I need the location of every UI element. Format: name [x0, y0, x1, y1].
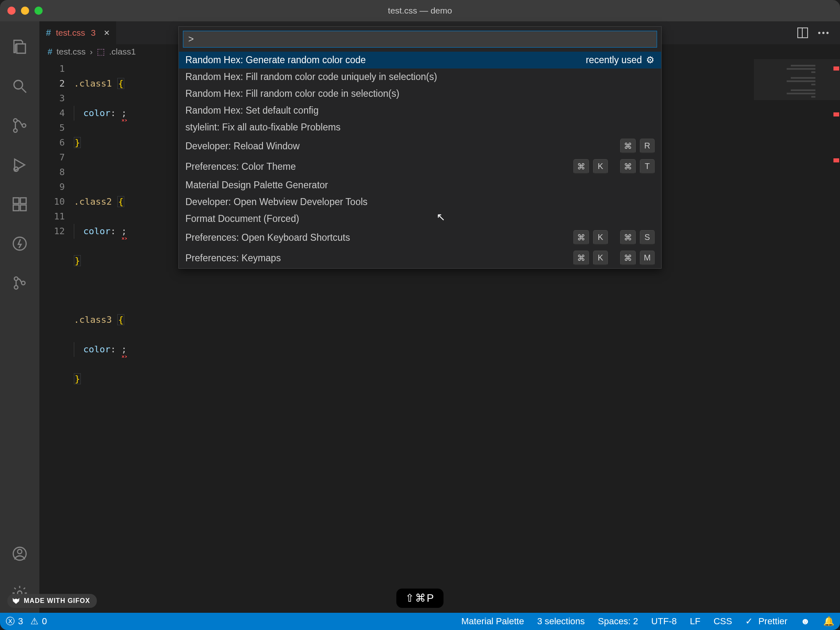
status-material-palette[interactable]: Material Palette — [461, 616, 524, 627]
vscode-window: test.css — demo — [0, 0, 840, 630]
warning-count: 0 — [42, 616, 47, 627]
command-palette-input[interactable] — [183, 31, 657, 48]
command-palette-item[interactable]: Preferences: Keymaps⌘K⌘M — [179, 248, 661, 268]
keybinding-key: ⌘ — [620, 159, 636, 174]
split-editor-icon[interactable] — [797, 27, 808, 38]
command-label: Material Design Palette Generator — [185, 180, 328, 191]
status-encoding[interactable]: UTF-8 — [651, 616, 677, 627]
svg-point-12 — [21, 281, 25, 285]
command-palette-item[interactable]: Random Hex: Fill random color code uniqu… — [179, 68, 661, 85]
command-label: Preferences: Color Theme — [185, 161, 296, 172]
warning-icon: ⚠ — [30, 616, 39, 627]
keybinding-key: ⌘ — [573, 159, 589, 174]
command-label: Random Hex: Fill random color code uniqu… — [185, 71, 437, 82]
svg-point-0 — [14, 80, 23, 89]
status-feedback-icon[interactable]: ☻ — [801, 616, 810, 627]
more-actions-icon[interactable]: ••• — [818, 28, 830, 38]
command-label: Developer: Open Webview Developer Tools — [185, 196, 368, 208]
keybinding-key: K — [593, 230, 608, 245]
svg-point-1 — [14, 119, 17, 122]
tab-label: test.css — [56, 28, 85, 38]
command-palette-item[interactable]: Random Hex: Set default config — [179, 102, 661, 119]
window-title: test.css — demo — [0, 6, 840, 16]
command-palette-item[interactable]: Developer: Reload Window⌘R — [179, 136, 661, 156]
command-label: Random Hex: Set default config — [185, 105, 319, 116]
command-label: Random Hex: Fill random color code in se… — [185, 88, 399, 99]
keybinding-key: ⌘ — [573, 230, 589, 245]
keybinding-key: T — [640, 159, 655, 174]
breadcrumb-file[interactable]: test.css — [57, 47, 86, 57]
command-palette-list: Random Hex: Generate random color codere… — [179, 52, 661, 268]
error-icon: ⓧ — [6, 615, 15, 628]
title-bar: test.css — demo — [0, 0, 840, 21]
status-errors[interactable]: ⓧ 3 — [6, 615, 23, 628]
css-file-icon: # — [46, 27, 51, 38]
tab-test-css[interactable]: # test.css 3 × — [39, 21, 116, 44]
svg-point-10 — [14, 277, 18, 281]
command-label: Preferences: Open Keyboard Shortcuts — [185, 232, 350, 243]
keybinding-key: ⌘ — [620, 139, 636, 153]
close-tab-icon[interactable]: × — [104, 27, 110, 39]
fox-icon — [11, 596, 21, 605]
keybinding-key: ⌘ — [573, 251, 589, 265]
svg-point-11 — [14, 285, 18, 289]
symbol-icon: ⬚ — [97, 47, 105, 57]
explorer-icon[interactable] — [7, 34, 32, 59]
keybinding-key: R — [640, 139, 655, 153]
status-warnings[interactable]: ⚠ 0 — [30, 616, 47, 627]
status-selections[interactable]: 3 selections — [537, 616, 585, 627]
svg-rect-7 — [13, 205, 19, 211]
command-label: Format Document (Forced) — [185, 213, 299, 224]
command-palette: Random Hex: Generate random color codere… — [178, 26, 662, 269]
status-eol[interactable]: LF — [690, 616, 701, 627]
breadcrumb-symbol[interactable]: .class1 — [109, 47, 136, 57]
status-language[interactable]: CSS — [714, 616, 732, 627]
editor-actions: ••• — [788, 21, 840, 44]
svg-rect-8 — [21, 205, 26, 211]
keybinding-key: ⌘ — [620, 230, 636, 245]
minimap[interactable] — [754, 59, 840, 613]
status-bell-icon[interactable]: 🔔 — [823, 616, 834, 627]
actions-icon[interactable] — [7, 231, 32, 256]
command-palette-item[interactable]: Format Document (Forced) — [179, 210, 661, 227]
accounts-icon[interactable] — [7, 541, 32, 566]
command-palette-item[interactable]: Random Hex: Generate random color codere… — [179, 52, 661, 68]
git-graph-icon[interactable] — [7, 271, 32, 295]
status-indent[interactable]: Spaces: 2 — [598, 616, 638, 627]
svg-point-3 — [22, 124, 26, 128]
svg-point-14 — [18, 550, 22, 554]
run-debug-icon[interactable] — [7, 153, 32, 177]
source-control-icon[interactable] — [7, 113, 32, 138]
keybinding-key: M — [640, 251, 655, 265]
command-palette-item[interactable]: Preferences: Open Keyboard Shortcuts⌘K⌘S — [179, 227, 661, 248]
chevron-right-icon: › — [90, 47, 93, 57]
activity-bar — [0, 21, 39, 613]
command-palette-item[interactable]: Developer: Open Webview Developer Tools — [179, 194, 661, 210]
keybinding-key: K — [593, 159, 608, 174]
gifox-badge: MADE WITH GIFOX — [7, 594, 97, 608]
extensions-icon[interactable] — [7, 192, 32, 217]
keybinding-key: ⌘ — [620, 251, 636, 265]
keybinding-key: S — [640, 230, 655, 245]
command-palette-item[interactable]: Material Design Palette Generator — [179, 177, 661, 194]
keybinding-key: K — [593, 251, 608, 265]
command-label: Developer: Reload Window — [185, 141, 300, 152]
command-palette-item[interactable]: Preferences: Color Theme⌘K⌘T — [179, 156, 661, 177]
error-count: 3 — [18, 616, 23, 627]
svg-rect-5 — [13, 198, 19, 203]
recently-used-label: recently used — [586, 55, 642, 66]
svg-point-9 — [13, 237, 26, 250]
line-numbers: 1 2 3 4 5 6 7 8 9 10 11 12 — [39, 59, 74, 613]
tab-problem-count: 3 — [91, 28, 96, 38]
command-label: Preferences: Keymaps — [185, 253, 281, 264]
command-palette-item[interactable]: Random Hex: Fill random color code in se… — [179, 85, 661, 102]
search-icon[interactable] — [7, 74, 32, 98]
command-label: Random Hex: Generate random color code — [185, 55, 366, 66]
status-prettier[interactable]: Prettier — [745, 616, 788, 627]
command-palette-item[interactable]: stylelint: Fix all auto-fixable Problems — [179, 119, 661, 136]
command-label: stylelint: Fix all auto-fixable Problems — [185, 122, 340, 133]
status-bar: ⓧ 3 ⚠ 0 Material Palette 3 selections Sp… — [0, 613, 840, 630]
css-file-icon: # — [48, 47, 52, 57]
gifox-badge-text: MADE WITH GIFOX — [24, 597, 90, 605]
gear-icon[interactable]: ⚙ — [646, 55, 655, 66]
